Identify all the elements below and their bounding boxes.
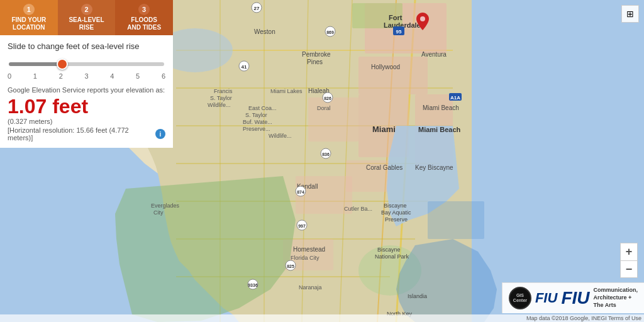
svg-text:Islandia: Islandia <box>408 293 427 299</box>
svg-text:Buf. Wate...: Buf. Wate... <box>243 119 272 125</box>
sea-level-rise-slider[interactable] <box>9 62 164 66</box>
svg-rect-30 <box>428 201 484 239</box>
map-attribution: Map data ©2018 Google, INEGI Terms of Us… <box>0 314 644 322</box>
tab-floods-tides[interactable]: 3 FLOODS AND TIDES <box>115 0 173 35</box>
tab-3-line2: AND TIDES <box>118 24 170 31</box>
svg-text:997: 997 <box>298 224 306 228</box>
svg-text:Wildlife...: Wildlife... <box>269 133 292 139</box>
svg-text:S. Taylor: S. Taylor <box>210 95 232 101</box>
zoom-in-button[interactable]: + <box>620 243 638 260</box>
elevation-service-label: Google Elevation Service reports your el… <box>8 86 165 94</box>
svg-text:Pines: Pines <box>307 58 323 65</box>
svg-text:National Park: National Park <box>375 253 409 260</box>
tab-sea-level-rise[interactable]: 2 SEA-LEVEL RISE <box>58 0 116 35</box>
svg-point-90 <box>420 16 425 21</box>
svg-text:825: 825 <box>287 264 294 269</box>
fiu-description: Communication, Architecture + The Arts <box>593 287 638 309</box>
map-pin <box>416 13 429 33</box>
elevation-value: 1.07 feet <box>8 96 165 116</box>
svg-text:S. Taylor: S. Taylor <box>245 112 267 118</box>
zoom-controls: + − <box>620 243 638 278</box>
svg-text:Biscayne: Biscayne <box>384 203 407 209</box>
panel-content: Slide to change feet of sea-level rise 0… <box>0 35 173 148</box>
svg-text:Key Biscayne: Key Biscayne <box>415 164 453 171</box>
svg-text:Everglades: Everglades <box>151 203 180 209</box>
tab-find-location[interactable]: 1 FIND YOUR LOCATION <box>0 0 58 35</box>
svg-text:East Coa...: East Coa... <box>248 105 277 111</box>
slide-label: Slide to change feet of sea-level rise <box>8 42 165 51</box>
svg-text:Homestead: Homestead <box>293 246 325 253</box>
svg-rect-20 <box>308 97 358 142</box>
tab-3-number: 3 <box>138 4 150 15</box>
horizontal-resolution: [Horizontal resolution: 15.66 feet (4.77… <box>8 126 165 142</box>
tab-3-line1: FLOODS <box>118 16 170 24</box>
svg-text:Fort: Fort <box>389 14 402 21</box>
svg-text:Naranaja: Naranaja <box>299 284 322 291</box>
tab-1-line1: FIND YOUR <box>3 16 55 24</box>
svg-text:869: 869 <box>326 30 334 35</box>
tab-1-line2: LOCATION <box>3 24 55 31</box>
svg-text:874: 874 <box>297 190 304 194</box>
svg-text:9336: 9336 <box>248 283 258 287</box>
svg-text:Miami Lakes: Miami Lakes <box>270 88 303 94</box>
overlay-panel: 1 FIND YOUR LOCATION 2 SEA-LEVEL RISE 3 … <box>0 0 173 148</box>
svg-text:Doral: Doral <box>317 105 331 111</box>
svg-text:Biscayne: Biscayne <box>377 247 401 253</box>
svg-text:Miami: Miami <box>372 125 396 134</box>
step-tabs: 1 FIND YOUR LOCATION 2 SEA-LEVEL RISE 3 … <box>0 0 173 35</box>
tab-2-number: 2 <box>81 4 92 15</box>
fiu-wordmark-small: FIU <box>535 290 557 306</box>
svg-text:Coral Gables: Coral Gables <box>366 164 402 171</box>
fiu-gis-logo: GIS Center <box>509 287 531 309</box>
tab-2-line1: SEA-LEVEL <box>60 16 113 24</box>
slider-ticks: 0 1 2 3 4 5 6 <box>8 71 165 81</box>
elevation-meters: (0.327 meters) <box>8 118 165 125</box>
tab-1-number: 1 <box>23 4 35 15</box>
branding-bar: GIS Center FIU FIU Communication, Archit… <box>502 282 644 313</box>
svg-text:Florida City: Florida City <box>291 255 319 261</box>
svg-rect-17 <box>358 57 428 94</box>
svg-text:Wildlife...: Wildlife... <box>208 102 231 108</box>
svg-text:Pembroke: Pembroke <box>302 51 331 58</box>
svg-text:Miami Beach: Miami Beach <box>423 104 459 111</box>
svg-text:826: 826 <box>324 96 331 101</box>
svg-text:City: City <box>153 209 164 216</box>
svg-text:Francis: Francis <box>214 88 233 94</box>
svg-text:Aventura: Aventura <box>421 51 447 58</box>
slider-container <box>8 57 165 69</box>
svg-text:41: 41 <box>242 64 247 70</box>
svg-text:Miami Beach: Miami Beach <box>418 126 461 133</box>
svg-text:836: 836 <box>322 152 330 157</box>
info-icon[interactable]: i <box>155 129 165 139</box>
svg-text:Preserve...: Preserve... <box>243 126 270 132</box>
zoom-out-button[interactable]: − <box>620 260 638 278</box>
svg-text:Hollywood: Hollywood <box>371 64 400 70</box>
svg-text:A1A: A1A <box>450 95 460 101</box>
fullscreen-button[interactable]: ⊞ <box>621 5 639 23</box>
svg-text:95: 95 <box>396 29 402 35</box>
tab-2-line2: RISE <box>60 24 113 31</box>
svg-text:Weston: Weston <box>254 28 275 35</box>
svg-text:Bay Aquatic: Bay Aquatic <box>381 209 411 216</box>
fullscreen-icon: ⊞ <box>626 9 634 19</box>
svg-text:27: 27 <box>254 6 260 11</box>
fiu-wordmark-large: FIU <box>561 288 589 308</box>
svg-text:Preserve: Preserve <box>385 216 408 223</box>
svg-text:Cutler Ba...: Cutler Ba... <box>344 206 372 212</box>
